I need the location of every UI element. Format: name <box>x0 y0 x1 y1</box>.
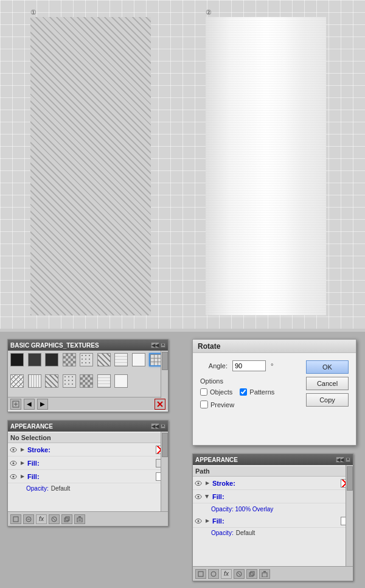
fill-arrow-right-down[interactable]: ▶ <box>204 494 210 500</box>
svg-point-23 <box>198 482 200 484</box>
texture-swatch-11[interactable] <box>28 374 41 388</box>
collapse-button[interactable]: ◀◀ <box>151 342 159 348</box>
appearance-right-controls: ◀◀ ✕ <box>336 457 350 463</box>
fx-right-button[interactable]: fx <box>221 569 232 579</box>
next-button[interactable]: ▶ <box>37 399 48 410</box>
duplicate-right-button[interactable] <box>246 569 257 579</box>
svg-point-27 <box>198 520 200 522</box>
objects-checkbox[interactable] <box>200 388 207 396</box>
texture-swatch-4[interactable] <box>63 353 76 366</box>
appearance-right-collapse[interactable]: ◀◀ <box>336 457 344 463</box>
appearance-left-header: APPEARANCE ◀◀ ✕ <box>8 421 168 432</box>
appearance-panel-left: APPEARANCE ◀◀ ✕ No Selection ▶ Stroke: <box>7 420 169 527</box>
preview-checkbox[interactable] <box>200 401 208 408</box>
svg-point-29 <box>211 572 216 576</box>
ok-button[interactable]: OK <box>306 360 349 374</box>
textures-panel: BASIC GRAPHICS_TEXTURES ◀◀ ✕ <box>7 339 169 412</box>
appearance-layer-button[interactable] <box>23 514 34 524</box>
texture-swatch-15[interactable] <box>97 374 111 388</box>
preview-label: Preview <box>210 401 234 408</box>
stroke-visibility-left[interactable] <box>9 446 18 454</box>
texture-swatch-12[interactable] <box>45 374 58 388</box>
rotate-dialog-body: Angle: ° Options Objects Patterns <box>193 353 356 413</box>
angle-input[interactable] <box>232 360 266 371</box>
stroke-visibility-right[interactable] <box>194 479 203 488</box>
fill-visibility-right-2[interactable] <box>194 517 203 525</box>
appearance-left-scrollbar[interactable] <box>161 432 168 511</box>
svg-rect-16 <box>66 517 69 520</box>
fill-label-left-1: Fill: <box>27 460 154 467</box>
stroke-row-left: ▶ Stroke: <box>8 443 168 457</box>
artboard-1[interactable] <box>30 17 151 315</box>
patterns-checkbox-row[interactable]: Patterns <box>240 388 274 396</box>
stroke-arrow-right[interactable]: ▶ <box>204 480 210 486</box>
appearance-left-collapse[interactable]: ◀◀ <box>151 423 159 429</box>
clear-right-button[interactable] <box>234 569 245 579</box>
fill-label-right-1: Fill: <box>212 493 352 500</box>
preview-checkbox-row[interactable]: Preview <box>200 401 300 408</box>
appearance-panel-right: APPEARANCE ◀◀ ✕ Path ▶ Stroke: <box>192 453 353 581</box>
appearance-left-close[interactable]: ✕ <box>161 424 165 429</box>
clear-button[interactable] <box>49 514 60 524</box>
appearance-left-title: APPEARANCE <box>10 423 53 430</box>
fill-visibility-left-2[interactable] <box>9 472 18 481</box>
textures-toolbar: ◀ ▶ <box>8 397 168 410</box>
fx-button[interactable]: fx <box>36 514 47 524</box>
fill-visibility-left-1[interactable] <box>9 459 18 467</box>
appearance-right-footer: fx <box>193 566 353 581</box>
texture-swatch-6[interactable] <box>97 353 111 366</box>
fill-arrow-right-2[interactable]: ▶ <box>204 518 210 524</box>
fill-arrow-left-2[interactable]: ▶ <box>19 474 26 480</box>
texture-swatch-5[interactable] <box>80 353 93 366</box>
prev-button[interactable]: ◀ <box>24 399 35 410</box>
svg-rect-11 <box>13 517 18 522</box>
texture-swatch-10[interactable] <box>10 374 24 388</box>
fill-arrow-left-1[interactable]: ▶ <box>19 460 26 466</box>
fill-row-left-2: ▶ Fill: <box>8 470 168 483</box>
appearance-right-close[interactable]: ✕ <box>346 457 350 462</box>
texture-swatch-3[interactable] <box>45 353 58 366</box>
fill-visibility-right-1[interactable] <box>194 492 203 501</box>
texture-swatch-16[interactable] <box>114 374 128 388</box>
patterns-label: Patterns <box>249 388 274 396</box>
stroke-arrow-left[interactable]: ▶ <box>19 447 26 453</box>
objects-checkbox-row[interactable]: Objects <box>200 388 232 396</box>
svg-rect-34 <box>262 573 267 577</box>
rotate-dialog: Rotate Angle: ° Options Objects <box>192 339 356 446</box>
texture-swatch-1[interactable] <box>10 353 24 366</box>
svg-point-10 <box>13 475 15 477</box>
add-effect-button[interactable] <box>10 514 21 524</box>
texture-swatch-14[interactable] <box>80 374 93 388</box>
rotate-dialog-buttons: OK Cancel Copy <box>306 360 349 408</box>
texture-swatch-7[interactable] <box>114 353 128 366</box>
artboard-1-number: ① <box>30 9 36 16</box>
selection-label: No Selection <box>10 434 51 441</box>
appearance-right-scroll-thumb[interactable] <box>347 466 353 491</box>
copy-button[interactable]: Copy <box>306 393 349 407</box>
appearance-left-scroll-thumb[interactable] <box>162 433 168 457</box>
textures-scrollbar[interactable] <box>161 351 168 398</box>
appearance-right-scrollbar[interactable] <box>346 465 353 566</box>
delete-swatch-button[interactable] <box>155 399 165 410</box>
appearance-left-content: No Selection ▶ Stroke: ▶ Fill: <box>8 432 168 494</box>
close-panel-button[interactable]: ✕ <box>161 343 165 348</box>
texture-swatch-8[interactable] <box>132 353 145 366</box>
svg-rect-28 <box>198 572 203 576</box>
appearance-layer-right-button[interactable] <box>208 569 219 579</box>
delete-right-button[interactable] <box>259 569 270 579</box>
stroke-label-right: Stroke: <box>212 480 339 487</box>
texture-swatch-grid[interactable] <box>8 351 168 397</box>
textures-panel-title: BASIC GRAPHICS_TEXTURES <box>10 342 99 349</box>
delete-appearance-button[interactable] <box>74 514 85 524</box>
cancel-button[interactable]: Cancel <box>306 377 349 390</box>
svg-point-25 <box>198 495 200 497</box>
duplicate-button[interactable] <box>61 514 72 524</box>
texture-swatch-2[interactable] <box>28 353 41 366</box>
patterns-checkbox[interactable] <box>240 388 247 396</box>
artboard-2[interactable] <box>206 17 326 315</box>
appearance-left-controls: ◀◀ ✕ <box>151 423 165 429</box>
scrollbar-thumb[interactable] <box>162 352 168 370</box>
new-swatch-button[interactable] <box>10 399 21 410</box>
texture-swatch-13[interactable] <box>63 374 76 388</box>
add-effect-right-button[interactable] <box>195 569 206 579</box>
